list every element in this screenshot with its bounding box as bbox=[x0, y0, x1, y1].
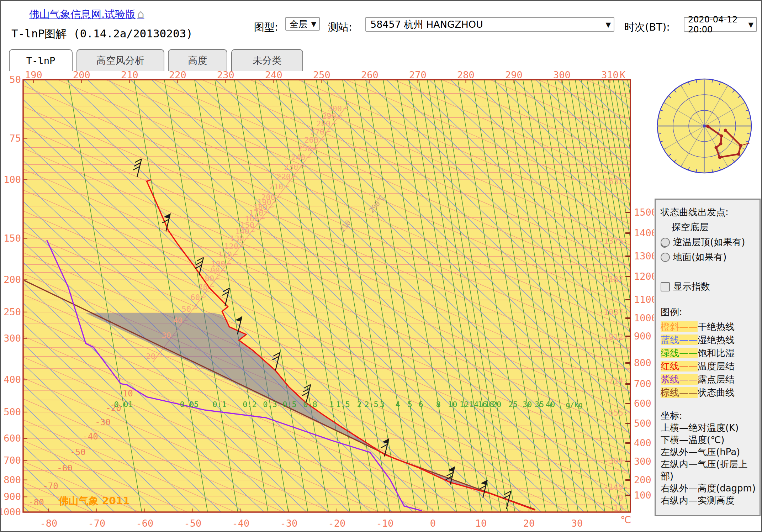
coords-line-3: 左纵内—气压(折层上部) bbox=[661, 458, 756, 482]
svg-text:220: 220 bbox=[169, 69, 186, 80]
coords-title: 坐标: bbox=[661, 410, 756, 422]
svg-text:0.3: 0.3 bbox=[263, 400, 277, 409]
coords-line-1: 下横—温度(℃) bbox=[661, 434, 756, 446]
svg-text:270: 270 bbox=[310, 127, 324, 136]
svg-text:40: 40 bbox=[173, 316, 183, 325]
radio-parcel-origin-2[interactable]: 地面(如果有) bbox=[661, 251, 756, 263]
show-index-checkbox-row[interactable]: 显示指数 bbox=[661, 280, 756, 293]
svg-text:1.5: 1.5 bbox=[336, 400, 350, 409]
svg-text:800: 800 bbox=[634, 357, 651, 368]
svg-text:260: 260 bbox=[304, 136, 318, 144]
svg-text:210: 210 bbox=[121, 69, 138, 80]
svg-text:250: 250 bbox=[298, 144, 312, 153]
svg-text:120: 120 bbox=[224, 242, 238, 251]
svg-text:-10: -10 bbox=[376, 518, 394, 529]
legend-item-label: 干绝热线 bbox=[698, 321, 735, 332]
svg-text:℃: ℃ bbox=[620, 514, 631, 525]
svg-text:250: 250 bbox=[4, 306, 21, 317]
svg-text:50: 50 bbox=[9, 74, 21, 85]
legend-item-0: 橙斜——干绝热线 bbox=[661, 321, 756, 333]
parcel-origin-radios: 探空底层逆温层顶(如果有)地面(如果有) bbox=[661, 221, 756, 263]
svg-text:50: 50 bbox=[182, 305, 191, 314]
radio-label: 逆温层顶(如果有) bbox=[673, 236, 745, 248]
legend-key-swatch: 蓝线—— bbox=[661, 335, 698, 345]
svg-text:200: 200 bbox=[4, 274, 21, 285]
legend-item-1: 蓝线——湿绝热线 bbox=[661, 334, 756, 346]
legend-title: 图例: bbox=[661, 306, 756, 318]
svg-text:-1375-: -1375- bbox=[599, 236, 628, 246]
svg-text:-10: -10 bbox=[117, 389, 133, 399]
svg-text:-20: -20 bbox=[328, 518, 346, 529]
svg-text:900: 900 bbox=[4, 491, 21, 502]
svg-text:0.05: 0.05 bbox=[180, 400, 199, 409]
svg-text:-60: -60 bbox=[136, 518, 154, 529]
svg-text:-40: -40 bbox=[232, 518, 250, 529]
legend-key-swatch: 绿线—— bbox=[661, 348, 698, 358]
svg-text:20: 20 bbox=[492, 400, 502, 409]
radio-parcel-origin-0[interactable]: 探空底层 bbox=[661, 221, 756, 233]
svg-text:0.5: 0.5 bbox=[282, 400, 297, 409]
radio-parcel-origin-1[interactable]: 逆温层顶(如果有) bbox=[661, 236, 756, 248]
show-index-checkbox[interactable] bbox=[661, 282, 670, 291]
legend-item-label: 状态曲线 bbox=[698, 387, 735, 398]
svg-text:30: 30 bbox=[162, 331, 171, 340]
wind-hodograph bbox=[655, 78, 753, 176]
svg-text:240: 240 bbox=[265, 69, 282, 80]
svg-text:70: 70 bbox=[199, 283, 208, 291]
show-index-label: 显示指数 bbox=[673, 280, 710, 293]
svg-text:-1633-: -1633- bbox=[599, 177, 628, 186]
legend-item-label: 湿绝热线 bbox=[698, 335, 735, 345]
svg-text:75: 75 bbox=[9, 133, 21, 144]
svg-text:20: 20 bbox=[523, 518, 535, 529]
svg-text:1200: 1200 bbox=[634, 271, 654, 282]
svg-text:-1037-: -1037- bbox=[599, 307, 628, 317]
svg-text:290: 290 bbox=[505, 69, 523, 80]
coords-line-0: 上横—绝对温度(K) bbox=[661, 422, 756, 434]
svg-text:-912-: -912- bbox=[604, 332, 628, 342]
coords-line-4: 右纵外—高度(dagpm) bbox=[661, 482, 756, 494]
svg-text:280: 280 bbox=[457, 69, 475, 80]
svg-text:0.8: 0.8 bbox=[303, 400, 317, 409]
svg-text:-79-: -79- bbox=[609, 493, 628, 502]
svg-text:190: 190 bbox=[25, 69, 42, 80]
svg-text:80: 80 bbox=[205, 274, 215, 283]
svg-text:10: 10 bbox=[448, 400, 457, 409]
svg-text:12: 12 bbox=[460, 400, 469, 409]
svg-text:6: 6 bbox=[418, 400, 423, 409]
tlnp-skewt-chart: 3002902802702602502402302202102001901801… bbox=[1, 1, 654, 532]
svg-text:300: 300 bbox=[4, 333, 21, 344]
svg-text:40: 40 bbox=[546, 400, 555, 409]
svg-text:1000: 1000 bbox=[634, 312, 654, 323]
svg-text:210: 210 bbox=[269, 182, 283, 191]
svg-text:8: 8 bbox=[436, 400, 440, 409]
radio-icon[interactable] bbox=[661, 238, 670, 247]
parcel-origin-title: 状态曲线出发点: bbox=[661, 206, 756, 218]
radio-label: 探空底层 bbox=[672, 221, 709, 233]
svg-text:100: 100 bbox=[4, 174, 21, 185]
svg-text:-70: -70 bbox=[43, 481, 58, 491]
svg-text:300: 300 bbox=[553, 69, 571, 80]
svg-text:35: 35 bbox=[535, 400, 544, 409]
svg-text:佛山气象 2011: 佛山气象 2011 bbox=[58, 495, 130, 507]
legend-list: 橙斜——干绝热线蓝线——湿绝热线绿线——饱和比湿红线——温度层结紫线——露点层结… bbox=[661, 321, 756, 399]
svg-text:1400: 1400 bbox=[634, 227, 654, 238]
time-value: 2020-04-12 20:00 bbox=[688, 15, 745, 35]
svg-text:150: 150 bbox=[4, 233, 21, 244]
svg-text:-60: -60 bbox=[57, 463, 72, 473]
svg-text:3: 3 bbox=[380, 400, 384, 409]
svg-text:700: 700 bbox=[634, 378, 651, 389]
svg-text:700: 700 bbox=[4, 455, 21, 466]
svg-text:30: 30 bbox=[571, 518, 583, 529]
radio-label: 地面(如果有) bbox=[673, 251, 726, 263]
radio-icon[interactable] bbox=[661, 253, 670, 262]
legend-item-label: 温度层结 bbox=[698, 361, 735, 372]
svg-text:-80: -80 bbox=[28, 497, 44, 507]
time-select[interactable]: 2020-04-12 20:00 ▼ bbox=[684, 17, 757, 32]
svg-text:600: 600 bbox=[634, 398, 651, 409]
svg-text:-50: -50 bbox=[70, 447, 85, 457]
svg-text:250: 250 bbox=[313, 69, 330, 80]
svg-text:0.1: 0.1 bbox=[212, 400, 227, 409]
svg-text:-304-: -304- bbox=[604, 456, 628, 465]
tlnp-app-window: { "header": { "site_link": "佛山气象信息网.试验版"… bbox=[0, 0, 762, 532]
svg-text:5: 5 bbox=[407, 400, 412, 409]
